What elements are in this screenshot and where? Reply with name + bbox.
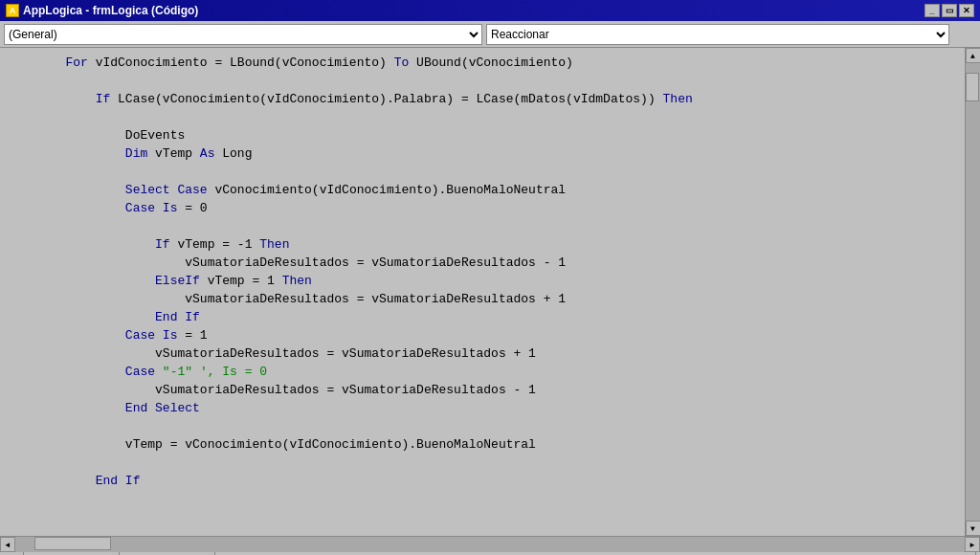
title-bar-left: A AppLogica - frmLogica (Código) — [6, 4, 198, 17]
scroll-right-button[interactable]: ► — [965, 537, 980, 552]
code-line: For vIdConocimiento = LBound(vConocimien… — [6, 54, 965, 72]
close-button[interactable]: ✕ — [959, 4, 974, 17]
code-line: End Select — [6, 399, 965, 417]
code-line — [6, 217, 965, 235]
code-line: If LCase(vConocimiento(vIdConocimiento).… — [6, 90, 965, 108]
code-line: vSumatoriaDeResultados = vSumatoriaDeRes… — [6, 254, 965, 272]
code-line: ElseIf vTemp = 1 Then — [6, 272, 965, 290]
general-dropdown[interactable]: (General) — [4, 24, 482, 45]
vertical-scrollbar[interactable]: ▲ ▼ — [965, 48, 980, 536]
code-line: Case Is = 1 — [6, 326, 965, 344]
code-line: Case Is = 0 — [6, 199, 965, 217]
code-line: Dim vTemp As Long — [6, 144, 965, 163]
code-line: vTemp = vConocimiento(vIdConocimiento).B… — [6, 435, 965, 454]
title-bar-buttons[interactable]: _ ▭ ✕ — [924, 4, 974, 17]
minimize-button[interactable]: _ — [924, 4, 940, 17]
code-line: Case "-1" ', Is = 0 — [6, 363, 965, 381]
reaccionar-dropdown[interactable]: Reaccionar — [486, 24, 949, 45]
restore-button[interactable]: ▭ — [942, 4, 957, 17]
code-line: vSumatoriaDeResultados = vSumatoriaDeRes… — [6, 344, 965, 363]
code-line — [6, 417, 965, 435]
code-line — [6, 72, 965, 90]
toolbar: (General) Reaccionar — [0, 21, 980, 48]
scroll-track[interactable] — [966, 63, 981, 521]
code-line: DoEvents — [6, 126, 965, 144]
title-bar: A AppLogica - frmLogica (Código) _ ▭ ✕ — [0, 0, 980, 21]
scroll-thumb[interactable] — [966, 73, 979, 101]
code-line: End If — [6, 472, 965, 490]
hscroll-track[interactable] — [15, 537, 965, 552]
hscrollbar-row: ◄ ► — [0, 536, 980, 551]
editor-container: For vIdConocimiento = LBound(vConocimien… — [0, 48, 980, 536]
hscroll-thumb[interactable] — [34, 537, 111, 550]
app-icon: A — [6, 4, 19, 17]
code-line — [6, 454, 965, 472]
scroll-up-button[interactable]: ▲ — [966, 48, 981, 63]
code-line: If vTemp = -1 Then — [6, 235, 965, 254]
scroll-down-button[interactable]: ▼ — [966, 521, 981, 536]
code-line: Select Case vConocimiento(vIdConocimient… — [6, 181, 965, 199]
window-title: AppLogica - frmLogica (Código) — [23, 4, 198, 17]
scroll-left-button[interactable]: ◄ — [0, 537, 15, 552]
code-line — [6, 108, 965, 126]
code-area[interactable]: For vIdConocimiento = LBound(vConocimien… — [0, 48, 965, 536]
code-line: End If — [6, 308, 965, 326]
code-line: vSumatoriaDeResultados = vSumatoriaDeRes… — [6, 381, 965, 399]
code-line — [6, 163, 965, 181]
code-line: vSumatoriaDeResultados = vSumatoriaDeRes… — [6, 290, 965, 308]
